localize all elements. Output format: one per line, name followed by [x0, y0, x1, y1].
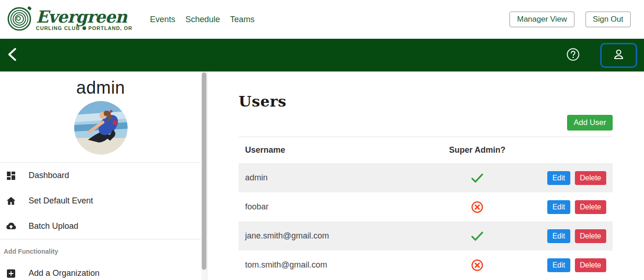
page-title: Users	[239, 93, 613, 110]
nav-events[interactable]: Events	[150, 15, 175, 24]
sidebar-scrollbar[interactable]	[201, 71, 207, 280]
sidebar-item-batch-upload[interactable]: Batch Upload	[0, 214, 201, 239]
person-icon	[612, 48, 626, 63]
main-nav: Events Schedule Teams	[150, 15, 254, 24]
sidebar: admin	[0, 71, 207, 280]
sidebar-section-add-functionality: Add Functionality	[0, 239, 201, 261]
table-row: jane.smith@gmail.com Edit Delete	[239, 221, 613, 250]
back-button[interactable]	[6, 46, 23, 65]
sidebar-item-label: Dashboard	[29, 171, 69, 180]
sidebar-item-add-organization[interactable]: Add a Organization	[0, 261, 201, 280]
delete-button[interactable]: Delete	[575, 200, 606, 214]
edit-button[interactable]: Edit	[547, 258, 570, 272]
help-button[interactable]	[566, 48, 580, 62]
evergreen-logo[interactable]: Evergreen CURLING CLUB PORTLAND, OR	[6, 5, 132, 34]
delete-button[interactable]: Delete	[575, 258, 606, 272]
column-header-super-admin: Super Admin?	[431, 145, 523, 155]
super-admin-cell	[431, 201, 523, 213]
table-row: admin Edit Delete	[239, 163, 613, 192]
users-table: Username Super Admin? admin Edit Delete …	[239, 137, 613, 280]
admin-toolbar	[0, 39, 644, 71]
check-icon	[470, 231, 484, 242]
username-cell: admin	[239, 173, 431, 183]
header-actions: Manager View Sign Out	[509, 12, 631, 27]
help-icon	[567, 48, 580, 62]
home-icon	[6, 196, 17, 207]
edit-button[interactable]: Edit	[547, 200, 570, 214]
table-row: foobar Edit Delete	[239, 192, 613, 221]
sidebar-scrollbar-thumb[interactable]	[202, 72, 206, 270]
nav-teams[interactable]: Teams	[230, 15, 255, 24]
table-row: tom.smith@gmail.com Edit Delete	[239, 250, 613, 280]
sidebar-item-set-default-event[interactable]: Set Default Event	[0, 188, 201, 214]
username-cell: foobar	[239, 202, 431, 212]
edit-button[interactable]: Edit	[547, 171, 570, 185]
sidebar-section-menu: Add a Organization	[0, 261, 201, 280]
logo-subtitle: CURLING CLUB PORTLAND, OR	[36, 26, 132, 31]
logo-dot-icon	[82, 26, 86, 30]
sidebar-item-dashboard[interactable]: Dashboard	[0, 163, 201, 188]
add-user-button[interactable]: Add User	[567, 115, 613, 131]
logo-title: Evergreen	[36, 8, 132, 25]
avatar	[74, 101, 128, 155]
super-admin-cell	[431, 231, 523, 242]
account-button[interactable]	[600, 43, 637, 68]
back-chevron-icon	[6, 48, 18, 63]
sidebar-username: admin	[0, 77, 201, 98]
cloud-upload-icon	[6, 221, 17, 232]
curling-stone-logo-icon	[6, 5, 33, 34]
sign-out-button[interactable]: Sign Out	[585, 12, 631, 27]
delete-button[interactable]: Delete	[575, 171, 606, 185]
add-box-icon	[6, 268, 17, 279]
users-table-header: Username Super Admin?	[239, 137, 613, 163]
username-cell: tom.smith@gmail.com	[239, 260, 431, 270]
sidebar-edge-divider	[207, 71, 207, 280]
dashboard-icon	[6, 170, 17, 181]
username-cell: jane.smith@gmail.com	[239, 231, 431, 241]
sidebar-item-label: Batch Upload	[29, 221, 78, 231]
super-admin-cell	[431, 259, 523, 271]
users-panel: Users Add User Username Super Admin? adm…	[207, 71, 644, 280]
x-circle-icon	[471, 259, 483, 271]
manager-view-button[interactable]: Manager View	[509, 12, 574, 27]
sidebar-menu: Dashboard Set Default Event	[0, 163, 201, 239]
users-table-body: admin Edit Delete foobar Edit Delete jan…	[239, 163, 613, 280]
delete-button[interactable]: Delete	[575, 229, 606, 243]
nav-schedule[interactable]: Schedule	[185, 15, 220, 24]
column-header-username: Username	[239, 145, 431, 155]
edit-button[interactable]: Edit	[547, 229, 570, 243]
check-icon	[470, 173, 484, 184]
x-circle-icon	[471, 201, 483, 213]
top-header: Evergreen CURLING CLUB PORTLAND, OR Even…	[0, 0, 644, 39]
sidebar-item-label: Set Default Event	[29, 196, 93, 206]
sidebar-item-label: Add a Organization	[29, 268, 100, 278]
super-admin-cell	[431, 173, 523, 184]
